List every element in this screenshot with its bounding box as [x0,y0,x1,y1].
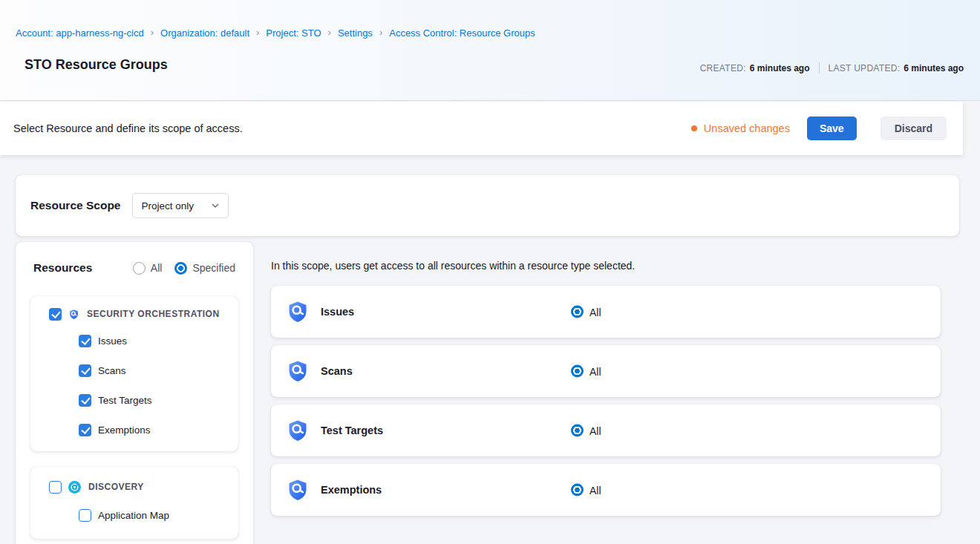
discovery-icon [68,481,81,494]
group-label: SECURITY ORCHESTRATION [87,309,220,319]
resource-row-scans: Scans All [271,345,941,397]
radio-option-specified-label: Specified [192,262,235,274]
unsaved-changes-label: Unsaved changes [704,122,790,134]
resources-title: Resources [33,261,92,275]
row-label: Test Targets [321,425,383,436]
access-label: All [589,484,601,496]
discard-button[interactable]: Discard [881,117,947,140]
radio-option-specified[interactable]: Specified [174,262,235,275]
resource-item-issues: Issues [30,326,238,355]
row-label: Issues [321,306,354,318]
resource-group-discovery: DISCOVERY Application Map [30,467,238,539]
access-label: All [589,425,601,436]
breadcrumb-organization[interactable]: Organization: default [160,27,249,39]
checkbox-issues[interactable] [79,335,91,347]
item-label: Test Targets [98,395,152,406]
item-label: Scans [98,365,126,376]
breadcrumb-account[interactable]: Account: app-harness-ng-cicd [16,27,144,39]
shield-search-icon [68,309,79,320]
breadcrumb: Account: app-harness-ng-cicd › Organizat… [16,27,535,39]
resource-scope-selected-value: Project only [141,200,194,212]
radio-icon[interactable] [571,425,584,437]
shield-search-icon [286,359,310,383]
radio-option-all[interactable]: All [133,262,163,275]
item-label: Issues [98,335,127,347]
page-title: STO Resource Groups [24,57,168,73]
checkbox-exemptions[interactable] [79,424,91,436]
last-updated-label: LAST UPDATED: [829,63,901,73]
save-button[interactable]: Save [807,117,857,140]
breadcrumb-settings[interactable]: Settings [338,27,373,39]
shield-search-icon [286,300,310,324]
page-header: Account: app-harness-ng-cicd › Organizat… [0,0,980,101]
checkbox-discovery[interactable] [49,481,62,494]
item-label: Application Map [98,510,169,521]
breadcrumb-project[interactable]: Project: STO [266,27,321,39]
row-label: Exemptions [321,484,382,496]
toolbar-description: Select Resource and define its scope of … [13,122,243,134]
meta-divider [819,62,820,73]
resource-item-application-map: Application Map [30,499,238,531]
checkbox-application-map[interactable] [79,509,91,522]
checkbox-security-orchestration[interactable] [49,308,62,321]
resource-item-test-targets: Test Targets [30,385,238,415]
item-label: Exemptions [98,425,151,436]
chevron-down-icon [211,201,220,210]
checkbox-test-targets[interactable] [79,394,91,407]
radio-icon[interactable] [571,484,584,497]
created-label: CREATED: [700,63,746,73]
radio-option-all-label: All [151,262,163,274]
scope-description: In this scope, users get access to all r… [271,260,635,272]
resources-sidebar: Resources All Specified SECURITY ORCHEST… [16,242,253,544]
chevron-right-icon: › [379,27,382,38]
row-label: Scans [321,365,353,377]
access-radio-all[interactable]: All [571,425,601,437]
access-label: All [589,365,601,377]
breadcrumb-resource-groups[interactable]: Access Control: Resource Groups [389,27,535,39]
toolbar-actions: Unsaved changes Save Discard [691,117,947,140]
shield-search-icon [286,478,310,502]
header-meta: CREATED: 6 minutes ago LAST UPDATED: 6 m… [700,62,964,73]
resource-row-issues: Issues All [271,286,941,338]
action-toolbar: Select Resource and define its scope of … [0,102,963,155]
shield-search-icon [286,419,310,442]
radio-icon[interactable] [571,365,584,378]
radio-icon[interactable] [133,262,146,275]
resource-row-test-targets: Test Targets All [271,404,941,456]
resources-mode-radio-group: All Specified [133,262,235,275]
chevron-right-icon: › [256,27,259,38]
resource-group-security-orchestration: SECURITY ORCHESTRATION Issues Scans Test… [30,296,238,451]
resource-scope-select[interactable]: Project only [132,193,229,218]
last-updated-value: 6 minutes ago [904,63,964,73]
created-value: 6 minutes ago [750,63,810,73]
resource-scope-card: Resource Scope Project only [16,175,959,236]
resource-scope-title: Resource Scope [30,199,120,212]
group-label: DISCOVERY [88,482,144,492]
resource-row-exemptions: Exemptions All [271,464,941,516]
access-radio-all[interactable]: All [571,365,601,378]
unsaved-dot-icon [691,125,697,131]
access-radio-all[interactable]: All [571,484,601,497]
radio-icon[interactable] [174,262,187,275]
resource-item-exemptions: Exemptions [30,415,238,445]
resource-item-scans: Scans [30,355,238,385]
access-radio-all[interactable]: All [571,306,601,318]
access-label: All [589,306,601,318]
checkbox-scans[interactable] [79,364,91,377]
radio-icon[interactable] [571,306,584,318]
chevron-right-icon: › [151,27,154,38]
unsaved-changes-indicator: Unsaved changes [691,122,790,134]
chevron-right-icon: › [328,27,331,38]
